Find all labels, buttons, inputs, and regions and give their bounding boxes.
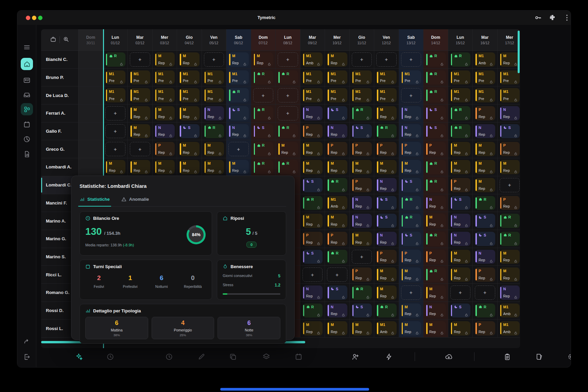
shift-cell-M1-Pre[interactable]: M1Pre (450, 88, 471, 102)
shift-cell-M-Rep[interactable]: MRep (302, 214, 323, 228)
shift-cell-R[interactable]: R (278, 70, 298, 85)
shift-cell-R[interactable]: R (302, 196, 323, 210)
shift-cell-M-Rep[interactable]: MRep (352, 321, 372, 336)
shift-cell-M-Rep[interactable]: MRep (155, 52, 175, 67)
shift-cell-R[interactable]: R (426, 52, 446, 67)
shift-cell-M1-Pre[interactable]: M1Pre (475, 88, 495, 102)
shift-cell-S[interactable]: S (475, 214, 495, 228)
gear-icon[interactable] (567, 353, 571, 361)
key-icon[interactable] (534, 14, 542, 22)
shift-cell-S[interactable]: S (401, 232, 421, 246)
column-header-05-12[interactable]: Ven05/12 (202, 29, 227, 50)
shift-cell-R[interactable]: R (450, 52, 471, 67)
briefcase-icon[interactable] (50, 36, 56, 44)
shift-cell-P-Rep[interactable]: PRep (426, 142, 446, 156)
empty-shift-cell[interactable]: + (105, 106, 126, 120)
calendar-icon[interactable] (295, 353, 302, 361)
employee-name[interactable]: De Luca D. (41, 86, 79, 104)
shift-cell-M-Rep[interactable]: MRep (352, 232, 372, 246)
column-header-17-12[interactable]: Mer17/12 (498, 29, 520, 50)
shift-cell-M-Rep[interactable]: MRep (327, 214, 347, 228)
shift-cell-P-Rep[interactable]: PRep (155, 142, 175, 156)
shift-cell-M-Rep[interactable]: MRep (179, 160, 200, 174)
shift-cell-N-Rep[interactable]: NRep (475, 124, 495, 138)
tab-anomalie[interactable]: Anomalie (121, 196, 149, 206)
shift-cell-M1-Amb[interactable]: M1Amb (500, 321, 520, 336)
shift-cell-N-Rep[interactable]: NRep (376, 232, 397, 246)
shift-cell-R[interactable]: R (500, 232, 520, 246)
shift-cell-M1-Pre[interactable]: M1Pre (450, 70, 471, 85)
kebab-menu-icon[interactable] (563, 14, 571, 22)
empty-shift-cell[interactable]: + (352, 52, 372, 67)
shift-cell-R[interactable]: R (105, 52, 126, 67)
shift-cell-M-Rep[interactable]: MRep (352, 160, 372, 174)
shift-cell-R[interactable]: R (401, 196, 421, 210)
book-icon[interactable] (535, 353, 543, 361)
empty-shift-cell[interactable]: + (352, 250, 372, 264)
shift-cell-N-Rep[interactable]: NRep (302, 285, 323, 300)
shift-cell-R[interactable]: R (278, 160, 298, 174)
shift-cell-R[interactable]: R (253, 160, 274, 174)
shift-cell-R[interactable]: R (450, 106, 471, 120)
shift-cell-P-Rep[interactable]: PRep (302, 232, 323, 246)
empty-shift-cell[interactable]: + (475, 285, 495, 300)
shift-cell-M1-Pre[interactable]: M1Pre (179, 88, 200, 102)
shift-cell-R[interactable]: R (500, 214, 520, 228)
column-header-03-12[interactable]: Mer03/12 (153, 29, 177, 50)
shift-cell-M1-Pre[interactable]: M1Pre (105, 70, 126, 85)
shift-cell-M1-Amb[interactable]: M1Amb (500, 304, 520, 318)
shift-cell-R[interactable]: R (401, 214, 421, 228)
column-header-01-12[interactable]: Lun01/12 (103, 29, 128, 50)
shift-cell-R[interactable]: R (352, 285, 372, 300)
shift-cell-N-Rep[interactable]: NRep (352, 214, 372, 228)
shift-cell-M-Rep[interactable]: MRep (500, 52, 520, 67)
shift-cell-P-Rep[interactable]: PRep (401, 142, 421, 156)
employee-name[interactable]: Ferrari A. (41, 104, 79, 122)
shift-cell-R[interactable]: R (204, 124, 224, 138)
shift-cell-P-Rep[interactable]: PRep (376, 142, 397, 156)
shift-cell-M-Rep[interactable]: MRep (327, 160, 347, 174)
shift-cell-M-Rep[interactable]: MRep (475, 142, 495, 156)
shift-cell-M-Rep[interactable]: MRep (500, 160, 520, 174)
pie-chart-icon[interactable] (23, 135, 31, 143)
shift-cell-P-Rep[interactable]: PRep (475, 106, 495, 120)
shift-cell-S[interactable]: S (327, 106, 347, 120)
shift-cell-R[interactable]: R (450, 124, 471, 138)
shift-cell-M-Rep[interactable]: MRep (253, 52, 274, 67)
person-plus-icon[interactable] (351, 353, 359, 361)
shift-cell-M-Rep[interactable]: MRep (204, 142, 224, 156)
shift-cell-M-Rep[interactable]: MRep (500, 250, 520, 264)
shift-cell-M-Rep[interactable]: MRep (179, 52, 200, 67)
shift-cell-S[interactable]: S (352, 124, 372, 138)
shift-cell-M-Rep[interactable]: MRep (105, 160, 126, 174)
shift-cell-P-Rep[interactable]: PRep (500, 196, 520, 210)
sidebar-item-home-icon[interactable] (21, 58, 33, 70)
shift-cell-S[interactable]: S (475, 232, 495, 246)
empty-shift-cell[interactable]: + (278, 52, 298, 67)
column-header-30-11[interactable]: Dom30/11 (79, 29, 103, 50)
shift-cell-P-Rep[interactable]: PRep (352, 267, 372, 282)
shift-cell-M1-Pre[interactable]: M1Pre (302, 70, 323, 85)
shift-cell-M-Rep[interactable]: MRep (401, 304, 421, 318)
shift-cell-M1-Pre[interactable]: M1Pre (327, 70, 347, 85)
shift-cell-N-Rep[interactable]: NRep (228, 124, 249, 138)
shift-cell-M1-Amb[interactable]: M1Amb (376, 321, 397, 336)
shift-cell-M1-Pre[interactable]: M1Pre (130, 70, 150, 85)
empty-shift-cell[interactable]: + (327, 267, 347, 282)
shift-cell-M-Rep[interactable]: MRep (401, 321, 421, 336)
shift-cell-S[interactable]: S (327, 285, 347, 300)
empty-shift-cell[interactable]: + (278, 88, 298, 102)
shift-cell-M-Rep[interactable]: MRep (376, 106, 397, 120)
shift-cell-S[interactable]: S (253, 124, 274, 138)
shift-cell-M1-Amb[interactable]: M1Amb (302, 52, 323, 67)
column-header-16-12[interactable]: Mar16/12 (473, 29, 498, 50)
menu-icon[interactable] (23, 44, 31, 51)
shift-cell-N-Rep[interactable]: NRep (327, 304, 347, 318)
shift-cell-M1-Pre[interactable]: M1Pre (204, 88, 224, 102)
id-card-icon[interactable] (23, 77, 31, 84)
shift-cell-P-Rep[interactable]: PRep (352, 142, 372, 156)
shift-cell-P-Rep[interactable]: PRep (302, 124, 323, 138)
shift-cell-M-Rep[interactable]: MRep (302, 142, 323, 156)
shift-cell-P-Rep[interactable]: PRep (500, 142, 520, 156)
employee-name[interactable]: Bruno P. (41, 69, 79, 86)
